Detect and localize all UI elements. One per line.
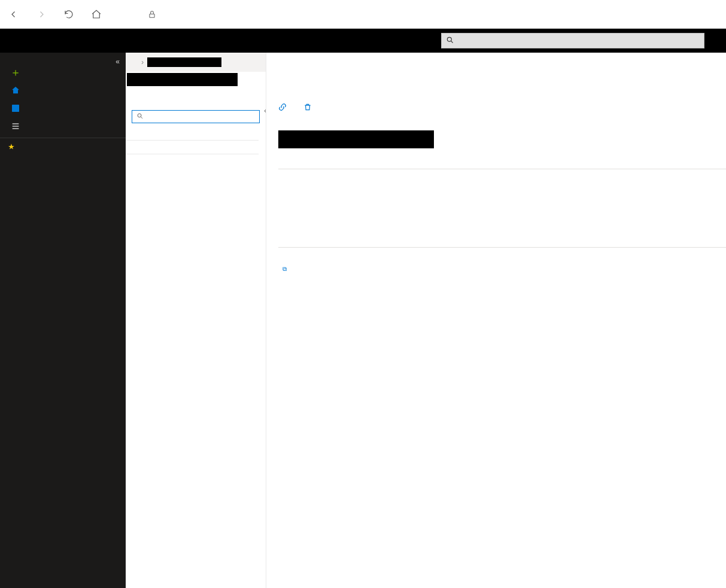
svg-rect-2 [12, 105, 19, 112]
svg-point-1 [447, 37, 451, 41]
left-nav: « ＋ ★ [0, 53, 126, 588]
link-icon [278, 103, 287, 111]
global-search-input[interactable] [441, 33, 704, 48]
delete-directory-button[interactable] [303, 103, 315, 111]
search-icon [446, 36, 454, 44]
lock-icon [140, 10, 164, 19]
chevron-right-icon: › [141, 58, 144, 66]
signin-message [430, 203, 646, 214]
svg-point-3 [138, 114, 141, 117]
forward-button[interactable] [28, 0, 55, 29]
azure-top-bar [0, 29, 726, 53]
home-icon [10, 84, 22, 96]
refresh-button[interactable] [55, 0, 83, 29]
star-icon: ★ [8, 143, 15, 150]
svg-rect-0 [150, 14, 154, 17]
switch-directory-button[interactable] [278, 103, 290, 111]
browser-bar [0, 0, 726, 29]
nav-collapse-button[interactable]: « [116, 57, 120, 66]
blade-search-input[interactable] [132, 110, 260, 123]
nav-dashboard[interactable] [0, 99, 126, 117]
trash-icon [303, 103, 312, 111]
nav-home[interactable] [0, 81, 126, 99]
nav-all-services[interactable] [0, 117, 126, 135]
signins-header [278, 165, 726, 169]
external-link-icon: ⧉ [282, 266, 287, 272]
ad-blade-menu: › « [126, 53, 266, 588]
back-button[interactable] [0, 0, 28, 29]
view-archive-link[interactable]: ⧉ [280, 264, 286, 273]
plus-icon: ＋ [10, 66, 22, 78]
nav-favorites-header: ★ [0, 138, 126, 149]
search-icon [136, 112, 144, 120]
dashboard-icon [10, 102, 22, 114]
manage-section-header [126, 128, 259, 141]
home-button[interactable] [83, 0, 110, 29]
main-content: ⧉ [266, 53, 726, 588]
breadcrumb: › [126, 53, 266, 72]
security-section-header [126, 142, 259, 154]
nav-create-resource[interactable]: ＋ [0, 63, 126, 81]
breadcrumb-org-redacted [147, 57, 221, 67]
org-name-redacted [278, 130, 434, 148]
page-title-redacted [127, 73, 238, 86]
list-icon [10, 120, 22, 132]
